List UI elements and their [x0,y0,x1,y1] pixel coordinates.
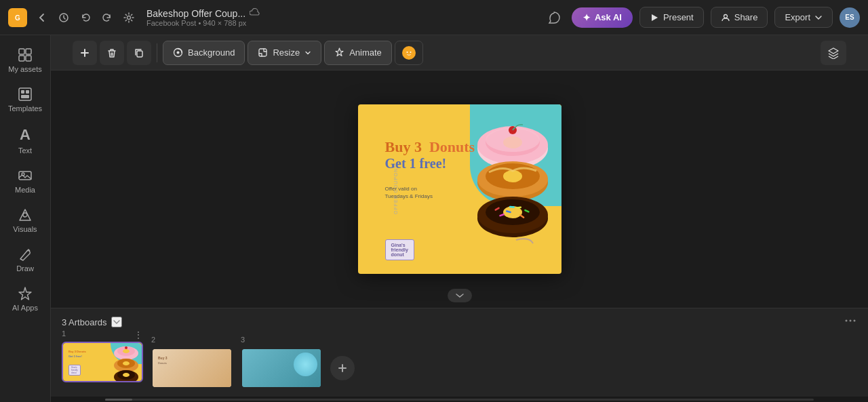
artboards-count: 3 Artboards [62,317,107,327]
logo-line1: Gina's [391,243,408,247]
sidebar-media-label: Media [15,186,35,194]
artboards-title: 3 Artboards [62,317,122,327]
svg-point-46 [846,320,848,322]
svg-rect-6 [19,49,24,54]
artboard-1-num: 1 [62,329,66,338]
nav-icons [33,8,138,27]
svg-rect-8 [19,56,24,61]
svg-rect-18 [137,51,142,57]
cloud-icon [250,8,260,18]
svg-rect-7 [26,49,31,54]
canvas-collapse-button[interactable] [448,289,472,302]
ask-ai-label: Ask AI [595,12,622,22]
artboard-1[interactable]: 1 ⋮ Buy 3 Donuts Get 1 free! Gina'sfrien… [62,342,143,382]
export-button[interactable]: Export [774,7,833,28]
svg-text:G: G [15,14,20,22]
artboards-more-button[interactable] [844,315,857,329]
history-button[interactable] [54,8,73,27]
svg-rect-10 [19,88,31,100]
donut-svg [469,111,557,254]
svg-rect-21 [259,49,267,56]
artboard-1-thumbnail: Buy 3 Donuts Get 1 free! Gina'sfriendlyd… [62,342,143,382]
export-label: Export [785,12,810,22]
copy-button[interactable] [127,41,151,65]
artboard-1-options[interactable]: ⋮ [134,329,143,340]
topbar-right: ✦ Ask AI Present Share Export ES [543,7,860,28]
back-button[interactable] [33,8,52,27]
avatar[interactable]: ES [840,7,860,28]
draw-icon [18,247,33,262]
visuals-icon [18,207,33,222]
artboard-3[interactable]: 3 [241,348,322,388]
sidebar-item-draw[interactable]: Draw [3,241,47,278]
canvas-text-buy: Buy 3 Donuts [385,138,475,156]
media-icon [18,168,33,183]
sidebar-item-ai-apps[interactable]: AI Apps [3,281,47,317]
title-text: Bakeshop Offer Coup... [146,8,245,19]
topbar: G Bakeshop Offer Coup... Facebook Post •… [0,0,868,35]
svg-rect-9 [26,56,31,61]
toolbar: Background Resize Animate [51,35,868,71]
sidebar-ai-apps-label: AI Apps [12,304,38,312]
canvas-text-area: Buy 3 Donuts Get 1 free! Offer valid onT… [385,138,475,200]
svg-point-58 [123,373,130,377]
svg-rect-13 [21,95,29,98]
present-button[interactable]: Present [639,7,704,28]
svg-rect-12 [26,90,29,94]
sidebar: My assets Templates A Text Media Visuals [0,35,51,402]
scrollbar-area [51,397,868,402]
svg-point-24 [410,52,411,53]
svg-point-22 [404,48,413,57]
scrollbar-thumb[interactable] [105,399,132,401]
canvas-background: OFFER COUPONS Buy 3 Donuts Get 1 free! O… [358,104,561,274]
sidebar-item-media[interactable]: Media [3,163,47,199]
logo-line2: friendly [391,247,408,252]
sidebar-visuals-label: Visuals [13,225,37,233]
sidebar-item-text[interactable]: A Text [3,121,47,160]
artboard-2[interactable]: 2 Buy 3 Donuts [151,348,233,388]
add-element-button[interactable] [73,41,97,65]
canvas-donut-area [464,104,561,267]
chat-button[interactable] [543,7,565,28]
resize-label: Resize [273,47,300,58]
document-subtitle: Facebook Post • 940 × 788 px [146,19,260,27]
scrollbar-track [105,399,814,401]
layers-button[interactable] [821,41,846,65]
delete-button[interactable] [100,41,124,65]
svg-point-20 [177,52,180,54]
sidebar-item-visuals[interactable]: Visuals [3,202,47,239]
logo-line3: donut [391,252,408,257]
svg-point-48 [854,320,856,322]
design-canvas[interactable]: OFFER COUPONS Buy 3 Donuts Get 1 free! O… [358,104,561,274]
svg-point-51 [123,349,130,353]
sidebar-my-assets-label: My assets [8,65,42,73]
canvas-area: OFFER COUPONS Buy 3 Donuts Get 1 free! O… [51,71,868,308]
app-logo: G [8,8,27,27]
sidebar-item-templates[interactable]: Templates [3,81,47,118]
sidebar-draw-label: Draw [16,264,34,273]
toolbar-action-group [73,41,151,65]
text-icon: A [20,126,31,144]
settings-button[interactable] [119,8,138,27]
artboards-expand-button[interactable] [111,317,122,327]
my-assets-icon [18,47,33,62]
present-label: Present [663,12,694,22]
animate-label: Animate [349,47,382,58]
bottom-panel: 3 Artboards 1 ⋮ [51,308,868,397]
emoji-button[interactable] [395,41,423,65]
animate-button[interactable]: Animate [324,41,392,65]
artboard-2-num: 2 [151,336,155,344]
redo-button[interactable] [98,8,117,27]
svg-rect-14 [19,172,31,180]
svg-marker-16 [20,209,31,220]
sidebar-item-my-assets[interactable]: My assets [3,42,47,79]
undo-button[interactable] [76,8,95,27]
resize-button[interactable]: Resize [248,41,321,65]
share-button[interactable]: Share [711,7,768,28]
add-artboard-button[interactable] [330,356,355,380]
background-button[interactable]: Background [163,41,245,65]
svg-point-17 [23,213,27,217]
svg-point-52 [125,346,127,349]
ask-ai-button[interactable]: ✦ Ask AI [572,7,633,28]
toolbar-main-group: Background Resize Animate [163,41,423,65]
